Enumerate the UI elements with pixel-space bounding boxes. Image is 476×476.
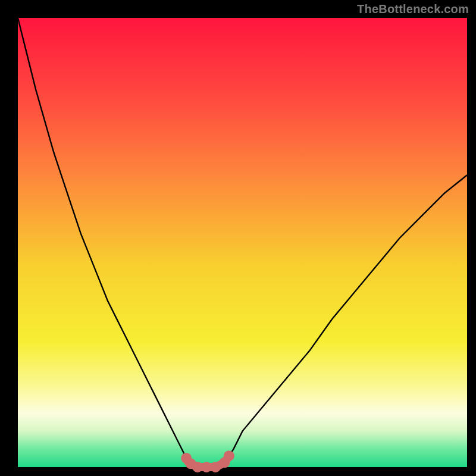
- flat-marker: [224, 450, 234, 461]
- bottleneck-chart: [0, 0, 476, 476]
- watermark-text: TheBottleneck.com: [357, 2, 469, 16]
- chart-background: [18, 18, 467, 467]
- chart-stage: TheBottleneck.com: [0, 0, 476, 476]
